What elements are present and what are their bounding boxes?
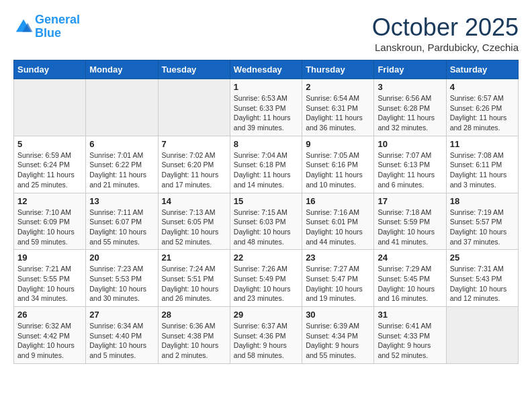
day-number: 17 — [378, 196, 442, 206]
day-info: Sunrise: 6:57 AMSunset: 6:26 PMDaylight:… — [450, 93, 515, 133]
day-number: 8 — [234, 139, 298, 149]
day-number: 30 — [306, 310, 370, 320]
day-number: 26 — [17, 310, 82, 320]
month-title: October 2025 — [372, 13, 519, 42]
calendar-cell: 23Sunrise: 7:27 AMSunset: 5:47 PMDayligh… — [302, 250, 374, 307]
calendar-week-2: 5Sunrise: 6:59 AMSunset: 6:24 PMDaylight… — [14, 136, 519, 193]
day-info: Sunrise: 7:10 AMSunset: 6:09 PMDaylight:… — [17, 208, 82, 247]
day-number: 5 — [17, 139, 82, 149]
calendar-cell: 14Sunrise: 7:13 AMSunset: 6:05 PMDayligh… — [158, 193, 230, 250]
calendar-cell: 25Sunrise: 7:31 AMSunset: 5:43 PMDayligh… — [446, 250, 518, 307]
calendar-cell: 4Sunrise: 6:57 AMSunset: 6:26 PMDaylight… — [446, 79, 518, 136]
day-info: Sunrise: 7:07 AMSunset: 6:13 PMDaylight:… — [378, 150, 442, 190]
logo-icon — [13, 17, 34, 37]
day-info: Sunrise: 7:13 AMSunset: 6:05 PMDaylight:… — [162, 208, 226, 247]
calendar-week-3: 12Sunrise: 7:10 AMSunset: 6:09 PMDayligh… — [14, 193, 519, 250]
day-info: Sunrise: 7:11 AMSunset: 6:07 PMDaylight:… — [89, 208, 154, 247]
calendar-cell: 26Sunrise: 6:32 AMSunset: 4:42 PMDayligh… — [14, 307, 86, 364]
day-number: 23 — [306, 253, 370, 263]
calendar-cell — [14, 79, 86, 136]
calendar-cell — [158, 79, 230, 136]
day-info: Sunrise: 7:26 AMSunset: 5:49 PMDaylight:… — [234, 264, 298, 304]
day-number: 13 — [89, 196, 154, 206]
calendar-cell: 8Sunrise: 7:04 AMSunset: 6:18 PMDaylight… — [230, 136, 302, 193]
day-number: 24 — [378, 253, 442, 263]
calendar-cell: 10Sunrise: 7:07 AMSunset: 6:13 PMDayligh… — [374, 136, 446, 193]
day-number: 18 — [450, 196, 515, 206]
logo-text: General Blue — [35, 13, 80, 40]
day-info: Sunrise: 7:23 AMSunset: 5:53 PMDaylight:… — [89, 264, 154, 304]
calendar-cell: 16Sunrise: 7:16 AMSunset: 6:01 PMDayligh… — [302, 193, 374, 250]
calendar-cell: 28Sunrise: 6:36 AMSunset: 4:38 PMDayligh… — [158, 307, 230, 364]
calendar-week-5: 26Sunrise: 6:32 AMSunset: 4:42 PMDayligh… — [14, 307, 519, 364]
title-block: October 2025 Lanskroun, Pardubicky, Czec… — [372, 13, 519, 53]
day-info: Sunrise: 7:27 AMSunset: 5:47 PMDaylight:… — [306, 264, 370, 304]
calendar-cell: 13Sunrise: 7:11 AMSunset: 6:07 PMDayligh… — [86, 193, 158, 250]
day-info: Sunrise: 7:19 AMSunset: 5:57 PMDaylight:… — [450, 208, 515, 247]
day-number: 20 — [89, 253, 154, 263]
calendar-cell: 31Sunrise: 6:41 AMSunset: 4:33 PMDayligh… — [374, 307, 446, 364]
calendar-week-4: 19Sunrise: 7:21 AMSunset: 5:55 PMDayligh… — [14, 250, 519, 307]
logo: General Blue — [13, 13, 80, 40]
header-monday: Monday — [86, 60, 158, 79]
day-info: Sunrise: 7:18 AMSunset: 5:59 PMDaylight:… — [378, 208, 442, 247]
header-tuesday: Tuesday — [158, 60, 230, 79]
day-info: Sunrise: 6:56 AMSunset: 6:28 PMDaylight:… — [378, 93, 442, 133]
day-number: 7 — [162, 139, 226, 149]
day-number: 10 — [378, 139, 442, 149]
calendar-cell: 30Sunrise: 6:39 AMSunset: 4:34 PMDayligh… — [302, 307, 374, 364]
calendar-cell: 6Sunrise: 7:01 AMSunset: 6:22 PMDaylight… — [86, 136, 158, 193]
day-info: Sunrise: 7:05 AMSunset: 6:16 PMDaylight:… — [306, 150, 370, 190]
day-info: Sunrise: 7:31 AMSunset: 5:43 PMDaylight:… — [450, 264, 515, 304]
calendar-cell: 18Sunrise: 7:19 AMSunset: 5:57 PMDayligh… — [446, 193, 518, 250]
day-info: Sunrise: 6:59 AMSunset: 6:24 PMDaylight:… — [17, 150, 82, 190]
day-info: Sunrise: 7:15 AMSunset: 6:03 PMDaylight:… — [234, 208, 298, 247]
calendar-cell: 7Sunrise: 7:02 AMSunset: 6:20 PMDaylight… — [158, 136, 230, 193]
day-number: 11 — [450, 139, 515, 149]
day-number: 27 — [89, 310, 154, 320]
day-number: 28 — [162, 310, 226, 320]
day-number: 6 — [89, 139, 154, 149]
calendar-cell — [86, 79, 158, 136]
logo-blue: Blue — [35, 26, 61, 40]
header-thursday: Thursday — [302, 60, 374, 79]
day-info: Sunrise: 7:16 AMSunset: 6:01 PMDaylight:… — [306, 208, 370, 247]
calendar-cell: 19Sunrise: 7:21 AMSunset: 5:55 PMDayligh… — [14, 250, 86, 307]
day-number: 14 — [162, 196, 226, 206]
day-number: 12 — [17, 196, 82, 206]
day-number: 29 — [234, 310, 298, 320]
day-info: Sunrise: 7:24 AMSunset: 5:51 PMDaylight:… — [162, 264, 226, 304]
calendar-cell: 9Sunrise: 7:05 AMSunset: 6:16 PMDaylight… — [302, 136, 374, 193]
calendar-cell: 29Sunrise: 6:37 AMSunset: 4:36 PMDayligh… — [230, 307, 302, 364]
calendar-cell: 5Sunrise: 6:59 AMSunset: 6:24 PMDaylight… — [14, 136, 86, 193]
header-friday: Friday — [374, 60, 446, 79]
day-number: 15 — [234, 196, 298, 206]
day-number: 16 — [306, 196, 370, 206]
day-number: 25 — [450, 253, 515, 263]
logo-general: General — [35, 13, 80, 26]
calendar-cell: 12Sunrise: 7:10 AMSunset: 6:09 PMDayligh… — [14, 193, 86, 250]
calendar-cell: 3Sunrise: 6:56 AMSunset: 6:28 PMDaylight… — [374, 79, 446, 136]
day-info: Sunrise: 7:21 AMSunset: 5:55 PMDaylight:… — [17, 264, 82, 304]
calendar-cell: 2Sunrise: 6:54 AMSunset: 6:31 PMDaylight… — [302, 79, 374, 136]
day-number: 9 — [306, 139, 370, 149]
header-sunday: Sunday — [14, 60, 86, 79]
day-info: Sunrise: 6:36 AMSunset: 4:38 PMDaylight:… — [162, 321, 226, 361]
day-info: Sunrise: 6:39 AMSunset: 4:34 PMDaylight:… — [306, 321, 370, 361]
calendar-week-1: 1Sunrise: 6:53 AMSunset: 6:33 PMDaylight… — [14, 79, 519, 136]
page-header: General Blue October 2025 Lanskroun, Par… — [13, 13, 519, 53]
calendar-cell: 17Sunrise: 7:18 AMSunset: 5:59 PMDayligh… — [374, 193, 446, 250]
day-number: 3 — [378, 82, 442, 92]
header-wednesday: Wednesday — [230, 60, 302, 79]
calendar-cell: 15Sunrise: 7:15 AMSunset: 6:03 PMDayligh… — [230, 193, 302, 250]
day-number: 1 — [234, 82, 298, 92]
day-info: Sunrise: 6:32 AMSunset: 4:42 PMDaylight:… — [17, 321, 82, 361]
calendar-cell: 1Sunrise: 6:53 AMSunset: 6:33 PMDaylight… — [230, 79, 302, 136]
calendar-cell: 24Sunrise: 7:29 AMSunset: 5:45 PMDayligh… — [374, 250, 446, 307]
calendar-cell: 21Sunrise: 7:24 AMSunset: 5:51 PMDayligh… — [158, 250, 230, 307]
day-info: Sunrise: 6:37 AMSunset: 4:36 PMDaylight:… — [234, 321, 298, 361]
calendar-cell: 22Sunrise: 7:26 AMSunset: 5:49 PMDayligh… — [230, 250, 302, 307]
day-info: Sunrise: 6:41 AMSunset: 4:33 PMDaylight:… — [378, 321, 442, 361]
calendar-cell: 27Sunrise: 6:34 AMSunset: 4:40 PMDayligh… — [86, 307, 158, 364]
calendar-header-row: SundayMondayTuesdayWednesdayThursdayFrid… — [14, 60, 519, 79]
